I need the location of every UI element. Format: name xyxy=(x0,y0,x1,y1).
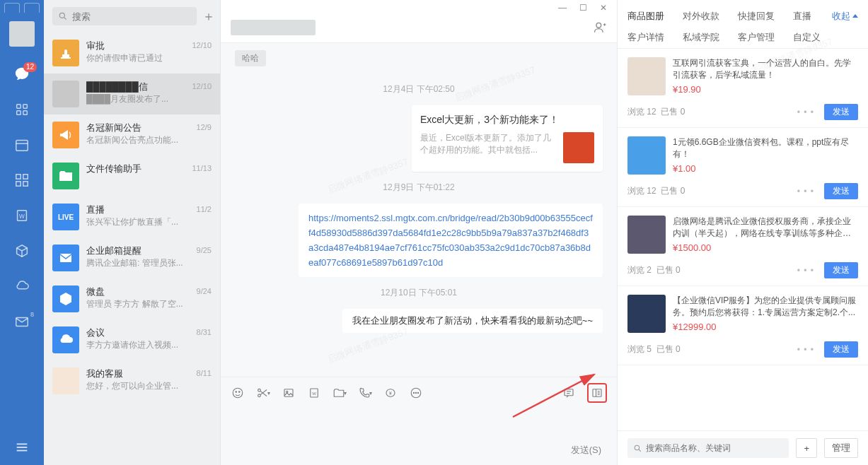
apps-icon[interactable] xyxy=(14,172,30,188)
menu-icon[interactable] xyxy=(14,440,30,455)
product-more-icon[interactable]: • • • xyxy=(797,107,814,117)
collapse-button[interactable]: 收起 xyxy=(832,6,858,27)
conversation-item[interactable]: ████████信 ████月友圈发布了... 12/10 xyxy=(44,73,220,114)
calendar-icon[interactable] xyxy=(14,137,30,153)
send-button[interactable]: 发送(S) xyxy=(565,441,607,459)
contacts-icon[interactable] xyxy=(14,102,30,117)
product-send-button[interactable]: 发送 xyxy=(824,104,858,120)
conversation-item[interactable]: 企业邮箱提醒 腾讯企业邮箱: 管理员张... 9/25 xyxy=(44,237,220,278)
conversation-item[interactable]: 文件传输助手 11/13 xyxy=(44,155,220,196)
add-contact-icon[interactable] xyxy=(593,20,607,35)
minimize-button[interactable]: — xyxy=(558,4,567,12)
product-more-icon[interactable]: • • • xyxy=(797,187,814,196)
docs-icon[interactable]: W xyxy=(14,208,30,223)
conversation-panel: ＋ 审批 你的请假申请已通过 12/10 ████████信 ████月友圈发布… xyxy=(44,0,221,465)
product-views: 浏览 12 xyxy=(627,106,656,118)
money-icon[interactable]: ¥ xyxy=(383,386,398,400)
phone-icon[interactable]: ▾ xyxy=(358,386,372,400)
product-send-button[interactable]: 发送 xyxy=(824,262,858,278)
svg-rect-1 xyxy=(23,105,28,109)
more-icon[interactable] xyxy=(409,386,423,400)
add-conversation-button[interactable]: ＋ xyxy=(202,8,215,24)
folder-icon[interactable]: ▾ xyxy=(332,386,347,400)
product-item[interactable]: 启微网络是腾讯企业微信授权服务商，承接企业内训（半天起），网络在线专享训练等多种… xyxy=(618,207,868,259)
conversation-date: 12/10 xyxy=(192,82,212,90)
svg-rect-9 xyxy=(23,182,28,186)
conversation-avatar xyxy=(52,163,79,189)
conversation-avatar: LIVE xyxy=(52,204,79,230)
cloud-icon[interactable] xyxy=(14,278,30,294)
product-price: ¥19.90 xyxy=(673,84,858,95)
user-avatar[interactable] xyxy=(9,21,35,47)
mail-sup-badge: 8 xyxy=(30,311,34,318)
conversation-title: 名冠新闻公告 xyxy=(86,122,212,134)
tab-customer-detail[interactable]: 客户详情 xyxy=(627,27,664,48)
nav-tab-1[interactable] xyxy=(4,3,20,13)
conversation-item[interactable]: 审批 你的请假申请已通过 12/10 xyxy=(44,33,220,73)
conversation-item[interactable]: LIVE 直播 张兴军让你扩散直播「... 11/2 xyxy=(44,196,220,237)
doc-icon[interactable]: W xyxy=(307,386,321,400)
conversation-preview: 腾讯企业邮箱: 管理员张... xyxy=(86,257,212,269)
emoji-icon[interactable] xyxy=(231,386,245,400)
tab-product-album[interactable]: 商品图册 xyxy=(627,6,664,27)
product-more-icon[interactable]: • • • xyxy=(797,266,814,276)
conversation-date: 9/25 xyxy=(197,246,212,254)
product-panel-toggle[interactable] xyxy=(587,383,607,403)
window-controls: — ☐ ✕ xyxy=(221,0,617,16)
product-more-icon[interactable]: • • • xyxy=(797,345,814,355)
product-item[interactable]: 互联网引流获客宝典，一个运营人的自白。先学引流获客，后学私域流量！ ¥19.90 xyxy=(618,49,868,101)
manage-button[interactable]: 管理 xyxy=(824,438,858,458)
product-footer: + 管理 xyxy=(618,430,868,465)
conversation-avatar xyxy=(52,286,79,312)
product-send-button[interactable]: 发送 xyxy=(824,341,858,358)
link-text[interactable]: https://moments2.ssl.mgtx.com.cn/bridge/… xyxy=(308,213,593,268)
product-views: 浏览 2 xyxy=(627,264,652,276)
search-box[interactable] xyxy=(52,7,197,25)
search-icon xyxy=(633,444,642,453)
tab-collect[interactable]: 对外收款 xyxy=(683,6,719,27)
scissors-icon[interactable]: ▾ xyxy=(256,386,270,400)
conversation-title: 我的客服 xyxy=(86,367,212,380)
svg-rect-8 xyxy=(16,182,21,186)
message-link[interactable]: https://moments2.ssl.mgtx.com.cn/bridge/… xyxy=(235,204,603,277)
add-product-button[interactable]: + xyxy=(796,438,817,458)
chat-badge: 12 xyxy=(23,62,37,72)
product-item[interactable]: 【企业微信VIP服务】为您的企业提供专属顾问服务。预约后您将获得：1.专属运营方… xyxy=(618,286,868,339)
svg-rect-7 xyxy=(23,175,28,179)
conversation-title: 会议 xyxy=(86,326,212,339)
box-icon[interactable] xyxy=(14,243,30,259)
image-icon[interactable] xyxy=(282,386,296,400)
chat-title xyxy=(231,20,316,35)
product-search-input[interactable] xyxy=(646,443,783,453)
message-card[interactable]: Excel大更新，3个新功能来了！ 最近，Excel版本更新了。添加了几个超好用… xyxy=(235,105,603,172)
mail-nav-icon[interactable]: 8 xyxy=(14,314,30,329)
svg-text:W: W xyxy=(19,213,25,220)
maximize-button[interactable]: ☐ xyxy=(579,4,587,12)
conversation-preview: 李方方邀请你进入视频... xyxy=(86,339,212,351)
chat-body: 哈哈 12月4日 下午02:50 Excel大更新，3个新功能来了！ 最近，Ex… xyxy=(221,43,617,377)
tab-academy[interactable]: 私域学院 xyxy=(683,27,719,48)
message-text[interactable]: 我在企业朋友圈发布了新活动，快来看看我的最新动态吧~~ xyxy=(235,309,603,333)
product-send-button[interactable]: 发送 xyxy=(824,183,858,199)
search-input[interactable] xyxy=(72,11,191,22)
nav-tab-2[interactable] xyxy=(24,3,40,13)
conversation-avatar xyxy=(52,40,79,66)
conversation-item[interactable]: 我的客服 您好，您可以向企业管... 8/11 xyxy=(44,360,220,401)
conversation-preview: 张兴军让你扩散直播「... xyxy=(86,216,212,228)
product-price: ¥1500.00 xyxy=(673,242,858,253)
close-button[interactable]: ✕ xyxy=(600,4,607,12)
conversation-item[interactable]: 名冠新闻公告 名冠新闻公告亮点功能... 12/9 xyxy=(44,114,220,155)
product-thumb xyxy=(627,216,666,254)
tab-live[interactable]: 直播 xyxy=(793,6,811,27)
tab-quick-reply[interactable]: 快捷回复 xyxy=(738,6,775,27)
product-item[interactable]: 1元领6.6GB企业微信资料包。课程，ppt应有尽有！ ¥1.00 xyxy=(618,128,868,180)
tab-custom[interactable]: 自定义 xyxy=(793,27,821,48)
product-list: 互联网引流获客宝典，一个运营人的自白。先学引流获客，后学私域流量！ ¥19.90… xyxy=(618,49,868,430)
conversation-item[interactable]: 微盘 管理员 李方方 解散了空... 9/24 xyxy=(44,278,220,319)
chat-input-area[interactable]: 发送(S) xyxy=(221,408,617,465)
product-search[interactable] xyxy=(627,438,789,458)
quick-reply-icon[interactable] xyxy=(562,386,576,400)
chat-icon[interactable]: 12 xyxy=(14,66,30,82)
tab-customer-mgmt[interactable]: 客户管理 xyxy=(738,27,775,48)
conversation-item[interactable]: 会议 李方方邀请你进入视频... 8/31 xyxy=(44,319,220,360)
